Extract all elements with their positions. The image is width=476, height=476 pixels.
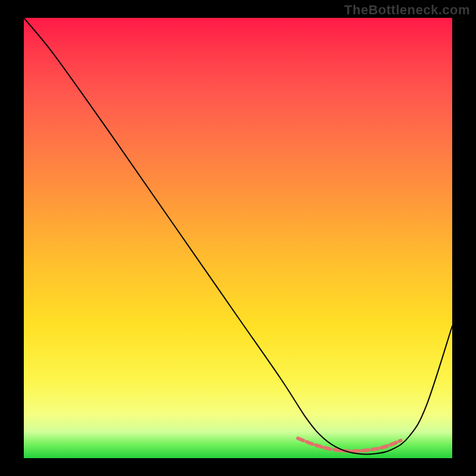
plot-area <box>24 18 452 458</box>
chart-container: TheBottleneck.com <box>0 0 476 476</box>
watermark-text: TheBottleneck.com <box>345 2 470 18</box>
chart-svg <box>24 18 452 458</box>
optimal-band-line <box>298 439 401 452</box>
bottleneck-curve-line <box>24 18 452 455</box>
